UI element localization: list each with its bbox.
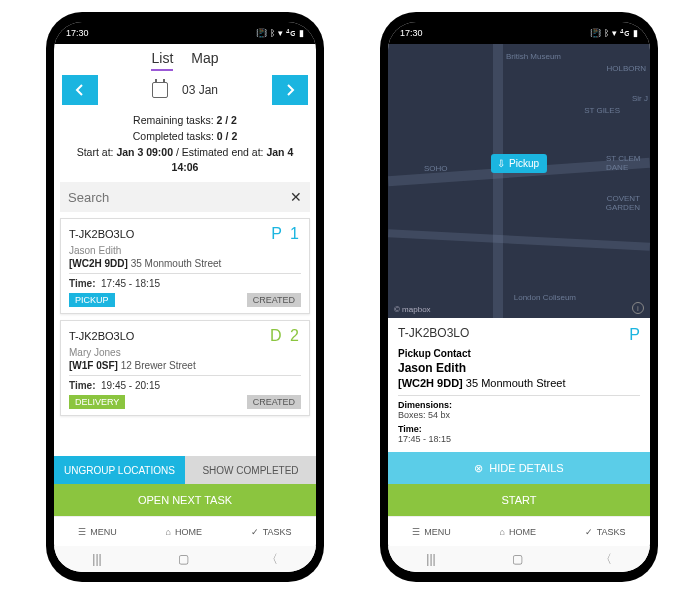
map-poi-label: London Coliseum bbox=[514, 293, 576, 302]
recents-key[interactable]: ||| bbox=[426, 552, 435, 566]
chevron-left-icon bbox=[75, 84, 85, 96]
task-stats: Remaining tasks: 2 / 2 Completed tasks: … bbox=[54, 109, 316, 182]
back-key[interactable]: 〈 bbox=[600, 551, 612, 568]
map-view[interactable]: British Museum HOLBORN ST GILES Sir J SO… bbox=[388, 44, 650, 318]
phone-right: 17:30 📳 ᛒ ▾ ⁴ɢ ▮ British Museum HOLBORN … bbox=[380, 12, 658, 582]
bottom-nav: ☰MENU ⌂HOME ✓TASKS bbox=[54, 516, 316, 546]
ungroup-button[interactable]: UNGROUP LOCATIONS bbox=[54, 456, 185, 484]
tab-list[interactable]: List bbox=[151, 50, 173, 71]
home-icon: ⌂ bbox=[166, 527, 171, 537]
phone-left: 17:30 📳 ᛒ ▾ ⁴ɢ ▮ List Map 03 Jan bbox=[46, 12, 324, 582]
date-bar: 03 Jan bbox=[54, 75, 316, 109]
task-code: T-JK2BO3LO bbox=[69, 330, 134, 342]
pickup-pin-icon: ⇩ bbox=[497, 158, 505, 169]
vibrate-icon: 📳 bbox=[590, 28, 601, 38]
task-sequence-badge: P 1 bbox=[271, 225, 301, 243]
task-time: Time: 17:45 - 18:15 bbox=[69, 278, 301, 289]
map-area-label: COVENT GARDEN bbox=[590, 194, 640, 212]
detail-contact-label: Pickup Contact bbox=[398, 348, 640, 359]
wifi-icon: ▾ bbox=[278, 28, 283, 38]
search-bar: ✕ bbox=[60, 182, 310, 212]
android-softkeys: ||| ▢ 〈 bbox=[54, 546, 316, 572]
task-card[interactable]: T-JK2BO3LO D 2 Mary Jones [W1F 0SF] 12 B… bbox=[60, 320, 310, 416]
signal-icon: ⁴ɢ bbox=[286, 28, 296, 38]
view-tabs: List Map bbox=[54, 44, 316, 75]
filter-buttons: UNGROUP LOCATIONS SHOW COMPLETED bbox=[54, 456, 316, 484]
chevron-right-icon bbox=[285, 84, 295, 96]
home-icon: ⌂ bbox=[500, 527, 505, 537]
detail-contact-name: Jason Edith bbox=[398, 361, 640, 375]
detail-type-badge: P bbox=[629, 326, 640, 344]
calendar-icon bbox=[152, 82, 168, 98]
nav-tasks[interactable]: ✓TASKS bbox=[251, 527, 292, 537]
back-key[interactable]: 〈 bbox=[266, 551, 278, 568]
date-picker[interactable]: 03 Jan bbox=[102, 82, 268, 98]
contact-name: Mary Jones bbox=[69, 347, 301, 358]
map-area-label: HOLBORN bbox=[606, 64, 646, 73]
task-type-badge: DELIVERY bbox=[69, 395, 125, 409]
task-status-badge: CREATED bbox=[247, 293, 301, 307]
detail-dimensions-value: Boxes: 54 bx bbox=[398, 410, 640, 420]
bluetooth-icon: ᛒ bbox=[604, 28, 609, 38]
home-key[interactable]: ▢ bbox=[178, 552, 189, 566]
hide-details-button[interactable]: ⊗ HIDE DETAILS bbox=[388, 452, 650, 484]
task-card[interactable]: T-JK2BO3LO P 1 Jason Edith [WC2H 9DD] 35… bbox=[60, 218, 310, 314]
task-sequence-badge: D 2 bbox=[270, 327, 301, 345]
nav-home[interactable]: ⌂HOME bbox=[166, 527, 202, 537]
map-area-label: ST CLEM DANE bbox=[606, 154, 648, 172]
task-detail-panel: T-JK2BO3LO P Pickup Contact Jason Edith … bbox=[388, 318, 650, 452]
detail-address: [WC2H 9DD] 35 Monmouth Street bbox=[398, 377, 640, 389]
map-info-icon[interactable]: i bbox=[632, 302, 644, 314]
vibrate-icon: 📳 bbox=[256, 28, 267, 38]
task-status-badge: CREATED bbox=[247, 395, 301, 409]
camera-notch bbox=[513, 16, 525, 28]
map-area-label: ST GILES bbox=[584, 106, 620, 115]
date-label: 03 Jan bbox=[182, 83, 218, 97]
nav-menu[interactable]: ☰MENU bbox=[78, 527, 117, 537]
next-day-button[interactable] bbox=[272, 75, 308, 105]
battery-icon: ▮ bbox=[299, 28, 304, 38]
screen-left: 17:30 📳 ᛒ ▾ ⁴ɢ ▮ List Map 03 Jan bbox=[54, 22, 316, 572]
clear-search-icon[interactable]: ✕ bbox=[290, 189, 302, 205]
nav-menu[interactable]: ☰MENU bbox=[412, 527, 451, 537]
show-completed-button[interactable]: SHOW COMPLETED bbox=[185, 456, 316, 484]
android-softkeys: ||| ▢ 〈 bbox=[388, 546, 650, 572]
task-time: Time: 19:45 - 20:15 bbox=[69, 380, 301, 391]
status-icons: 📳 ᛒ ▾ ⁴ɢ ▮ bbox=[590, 28, 638, 38]
screen-right: 17:30 📳 ᛒ ▾ ⁴ɢ ▮ British Museum HOLBORN … bbox=[388, 22, 650, 572]
detail-time-label: Time: bbox=[398, 424, 640, 434]
task-address: [WC2H 9DD] 35 Monmouth Street bbox=[69, 258, 301, 269]
prev-day-button[interactable] bbox=[62, 75, 98, 105]
task-type-badge: PICKUP bbox=[69, 293, 115, 307]
nav-home[interactable]: ⌂HOME bbox=[500, 527, 536, 537]
bottom-nav: ☰MENU ⌂HOME ✓TASKS bbox=[388, 516, 650, 546]
status-icons: 📳 ᛒ ▾ ⁴ɢ ▮ bbox=[256, 28, 304, 38]
check-icon: ✓ bbox=[251, 527, 259, 537]
menu-icon: ☰ bbox=[412, 527, 420, 537]
map-pickup-pin[interactable]: ⇩ Pickup bbox=[491, 154, 547, 173]
collapse-icon: ⊗ bbox=[474, 462, 483, 475]
detail-task-code: T-JK2BO3LO bbox=[398, 326, 469, 344]
task-code: T-JK2BO3LO bbox=[69, 228, 134, 240]
detail-time-value: 17:45 - 18:15 bbox=[398, 434, 640, 444]
signal-icon: ⁴ɢ bbox=[620, 28, 630, 38]
search-input[interactable] bbox=[68, 190, 290, 205]
start-button[interactable]: START bbox=[388, 484, 650, 516]
map-area-label: SOHO bbox=[424, 164, 448, 173]
camera-notch bbox=[179, 16, 191, 28]
tab-map[interactable]: Map bbox=[191, 50, 218, 71]
bluetooth-icon: ᛒ bbox=[270, 28, 275, 38]
map-attribution: © mapbox bbox=[394, 305, 431, 314]
menu-icon: ☰ bbox=[78, 527, 86, 537]
check-icon: ✓ bbox=[585, 527, 593, 537]
detail-dimensions-label: Dimensions: bbox=[398, 400, 640, 410]
nav-tasks[interactable]: ✓TASKS bbox=[585, 527, 626, 537]
open-next-task-button[interactable]: OPEN NEXT TASK bbox=[54, 484, 316, 516]
contact-name: Jason Edith bbox=[69, 245, 301, 256]
map-area-label: Sir J bbox=[632, 94, 648, 103]
status-time: 17:30 bbox=[400, 28, 423, 38]
wifi-icon: ▾ bbox=[612, 28, 617, 38]
battery-icon: ▮ bbox=[633, 28, 638, 38]
recents-key[interactable]: ||| bbox=[92, 552, 101, 566]
home-key[interactable]: ▢ bbox=[512, 552, 523, 566]
